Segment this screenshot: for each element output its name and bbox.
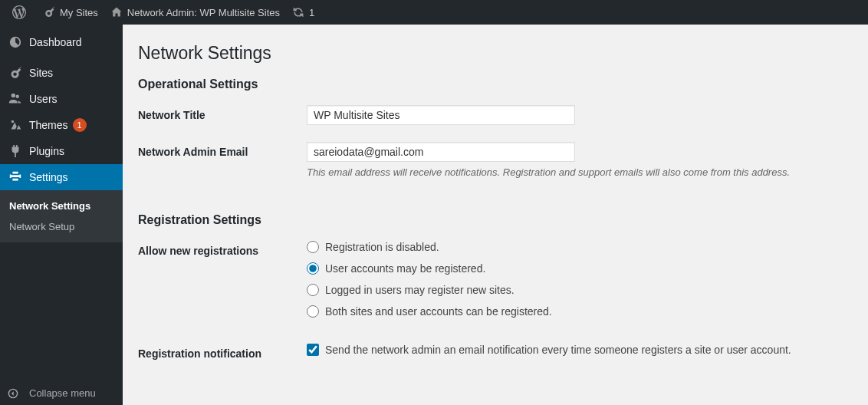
main-content: Network Settings Operational Settings Ne…	[123, 25, 868, 405]
operational-heading: Operational Settings	[138, 77, 853, 91]
row-allow-registrations: Allow new registrations Registration is …	[138, 241, 853, 327]
radio-label: Registration is disabled.	[325, 241, 439, 253]
radio-logged[interactable]: Logged in users may register new sites.	[307, 284, 853, 296]
menu-dashboard[interactable]: Dashboard	[0, 29, 123, 55]
update-icon	[292, 6, 304, 18]
menu-label: Settings	[29, 171, 68, 183]
network-title-label: Network Title	[138, 105, 307, 125]
page-title: Network Settings	[138, 43, 853, 64]
themes-badge: 1	[73, 118, 87, 132]
radio-label: User accounts may be registered.	[325, 262, 485, 275]
radio-disabled-input[interactable]	[307, 241, 319, 253]
notification-text: Send the network admin an email notifica…	[325, 344, 791, 356]
row-admin-email: Network Admin Email This email address w…	[138, 142, 853, 178]
key-icon	[43, 6, 55, 18]
plugins-icon	[8, 144, 23, 158]
home-icon	[110, 6, 123, 18]
radio-logged-input[interactable]	[307, 284, 319, 296]
site-name-label: Network Admin: WP Multisite Sites	[127, 7, 280, 18]
radio-users-input[interactable]	[307, 262, 319, 275]
menu-users[interactable]: Users	[0, 86, 123, 112]
submenu-network-setup[interactable]: Network Setup	[0, 216, 123, 237]
allow-registrations-label: Allow new registrations	[138, 241, 307, 327]
menu-sites[interactable]: Sites	[0, 60, 123, 86]
admin-email-input[interactable]	[307, 142, 575, 162]
dashboard-icon	[8, 35, 23, 49]
network-title-input[interactable]	[307, 105, 575, 125]
updates-count: 1	[309, 7, 314, 18]
collapse-label: Collapse menu	[29, 387, 96, 399]
submenu-network-settings[interactable]: Network Settings	[0, 196, 123, 216]
notification-checkbox[interactable]	[307, 344, 319, 356]
my-sites-label: My Sites	[60, 7, 98, 18]
admin-bar: My Sites Network Admin: WP Multisite Sit…	[0, 0, 868, 25]
menu-themes[interactable]: Themes 1	[0, 112, 123, 138]
menu-settings[interactable]: Settings	[0, 164, 123, 190]
radio-both-input[interactable]	[307, 305, 319, 318]
users-icon	[8, 92, 23, 106]
radio-users[interactable]: User accounts may be registered.	[307, 262, 853, 275]
admin-sidebar: Dashboard Sites Users Themes 1 Plugins	[0, 25, 123, 405]
row-registration-notification: Registration notification Send the netwo…	[138, 344, 853, 365]
registration-heading: Registration Settings	[138, 213, 853, 227]
key-icon	[8, 66, 23, 80]
radio-label: Both sites and user accounts can be regi…	[325, 305, 552, 318]
admin-email-label: Network Admin Email	[138, 142, 307, 178]
collapse-icon	[8, 388, 23, 399]
radio-disabled[interactable]: Registration is disabled.	[307, 241, 853, 253]
my-sites-menu[interactable]: My Sites	[37, 0, 104, 25]
notification-label: Registration notification	[138, 344, 307, 365]
wp-logo-menu[interactable]	[6, 0, 37, 25]
settings-icon	[8, 170, 23, 184]
radio-both[interactable]: Both sites and user accounts can be regi…	[307, 305, 853, 318]
row-network-title: Network Title	[138, 105, 853, 125]
notification-check[interactable]: Send the network admin an email notifica…	[307, 344, 853, 356]
admin-email-desc: This email address will receive notifica…	[307, 166, 853, 178]
menu-label: Plugins	[29, 145, 64, 157]
menu-label: Users	[29, 93, 58, 105]
menu-label: Sites	[29, 67, 53, 79]
settings-submenu: Network Settings Network Setup	[0, 190, 123, 242]
collapse-menu[interactable]: Collapse menu	[0, 381, 123, 405]
wordpress-icon	[12, 5, 26, 19]
radio-label: Logged in users may register new sites.	[325, 284, 515, 296]
menu-label: Themes	[29, 119, 68, 131]
site-name-menu[interactable]: Network Admin: WP Multisite Sites	[104, 0, 286, 25]
menu-plugins[interactable]: Plugins	[0, 138, 123, 164]
menu-label: Dashboard	[29, 36, 82, 48]
appearance-icon	[8, 118, 23, 132]
updates-menu[interactable]: 1	[286, 0, 321, 25]
